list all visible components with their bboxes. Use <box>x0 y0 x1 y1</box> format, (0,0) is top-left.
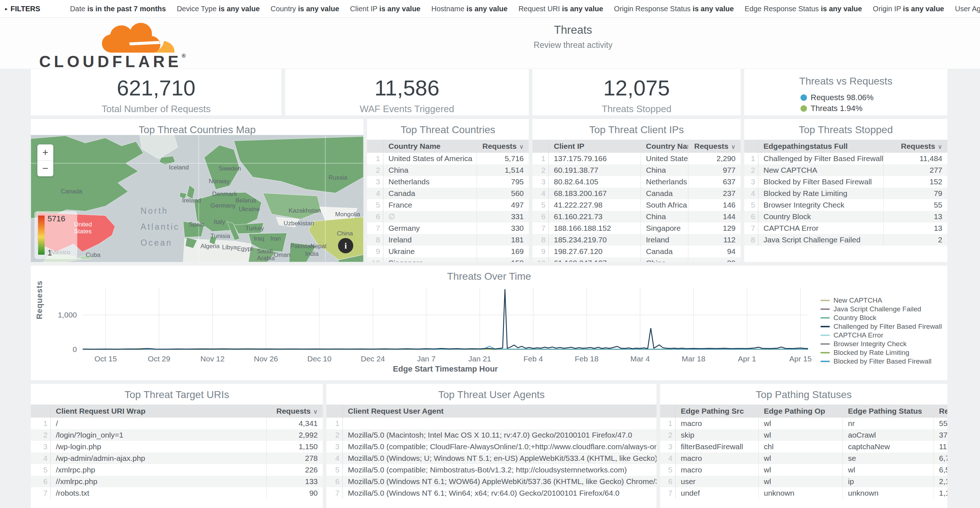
table-cell[interactable]: wl <box>758 476 843 487</box>
table-cell[interactable]: 2,992 <box>266 429 323 441</box>
table-row[interactable]: 6userwlip2,107 <box>660 476 947 487</box>
column-header-edge-pathing-src[interactable]: Edge Pathing Src <box>676 404 758 418</box>
map-info-button[interactable]: i <box>338 238 353 253</box>
table-cell[interactable]: Canada <box>641 188 688 199</box>
table-row[interactable]: 4/wp-admin/admin-ajax.php278 <box>31 452 323 464</box>
table-cell[interactable]: /wp-admin/admin-ajax.php <box>51 452 266 464</box>
table-cell[interactable]: /xmlrpc.php <box>51 464 266 476</box>
table-cell[interactable]: 11,484 <box>883 153 947 164</box>
threats-over-time-chart[interactable]: 01,000Oct 15Oct 29Nov 12Nov 26Dec 10Dec … <box>36 285 813 369</box>
column-header-edgepathingstatus-full[interactable]: Edgepathingstatus Full <box>758 140 883 153</box>
table-cell[interactable]: aoCrawl <box>843 429 934 441</box>
table-row[interactable]: 260.191.38.77China977 <box>533 164 741 176</box>
table-cell[interactable]: 4,341 <box>266 418 323 429</box>
table-cell[interactable]: 6,734 <box>934 452 947 464</box>
table-cell[interactable]: unknown <box>758 487 843 499</box>
table-cell[interactable]: 1,150 <box>266 441 323 452</box>
table-cell[interactable]: Mozilla/5.0 (compatible; CloudFlare-Alwa… <box>343 441 657 452</box>
table-row[interactable]: 1137.175.79.166United States of America2… <box>533 153 741 164</box>
table-cell[interactable]: 112 <box>688 234 741 246</box>
filter-item-date[interactable]: Date is in the past 7 months <box>70 5 166 13</box>
table-row[interactable]: 9Ukraine169 <box>367 246 529 257</box>
table-cell[interactable]: wl <box>758 452 843 464</box>
table-cell[interactable]: Canada <box>383 188 477 199</box>
column-header-country-name[interactable]: Country Name <box>383 140 477 153</box>
table-cell[interactable]: 198.27.67.120 <box>549 246 641 257</box>
table-row[interactable]: 541.222.227.98South Africa146 <box>533 199 741 211</box>
table-cell[interactable]: Mozilla/5.0 (compatible; Nimbostratus-Bo… <box>343 464 657 476</box>
table-cell[interactable]: 80.82.64.105 <box>549 176 641 188</box>
table-cell[interactable]: United States of America <box>383 153 477 164</box>
table-cell[interactable]: 331 <box>477 211 529 223</box>
table-row[interactable]: 8185.234.219.70Ireland112 <box>533 234 741 246</box>
filter-item-client-ip[interactable]: Client IP is any value <box>350 5 420 13</box>
filter-item-origin-ip[interactable]: Origin IP is any value <box>873 5 944 13</box>
table-cell[interactable]: 90 <box>266 487 323 499</box>
table-cell[interactable]: Java Script Challenge Failed <box>758 234 883 246</box>
table-cell[interactable]: CAPTCHA Error <box>758 223 883 234</box>
table-row[interactable]: 661.160.221.73China144 <box>533 211 741 223</box>
table-cell[interactable]: Ireland <box>383 234 477 246</box>
column-header-requests[interactable]: Requests∨ <box>477 140 529 153</box>
table-cell[interactable]: 133 <box>266 476 323 487</box>
table-cell[interactable]: 13 <box>883 211 947 223</box>
table-cell[interactable]: New CAPTCHA <box>758 164 883 176</box>
column-header-client-request-user-agent[interactable]: Client Request User Agent <box>343 404 657 418</box>
table-cell[interactable]: 2,107 <box>934 476 947 487</box>
column-header-country-name[interactable]: Country Name <box>641 140 688 153</box>
table-cell[interactable]: filterBasedFirewall <box>676 441 758 452</box>
table-cell[interactable]: 560 <box>477 188 529 199</box>
table-cell[interactable]: Netherlands <box>383 176 477 188</box>
chart-legend-item[interactable]: Java Script Challenge Failed <box>821 306 942 312</box>
zoom-in-button[interactable]: + <box>37 145 53 161</box>
column-header-edge-pathing-status[interactable]: Edge Pathing Status <box>843 404 934 418</box>
table-row[interactable]: 1Challenged by Filter Based Firewall11,4… <box>744 153 947 164</box>
table-cell[interactable]: 137.175.79.166 <box>549 153 641 164</box>
table-cell[interactable]: //xmlrpc.php <box>51 476 266 487</box>
table-cell[interactable]: skip <box>676 429 758 441</box>
table-row[interactable]: 7188.166.188.152Singapore129 <box>533 223 741 234</box>
table-cell[interactable]: se <box>843 452 934 464</box>
filter-item-hostname[interactable]: Hostname is any value <box>431 5 508 13</box>
chart-legend-item[interactable]: Blocked by Rate Limiting <box>821 349 942 356</box>
table-row[interactable]: 4macrowlse6,734 <box>660 452 947 464</box>
table-row[interactable]: 1macrowlnr554,758 <box>660 418 947 429</box>
table-cell[interactable]: /wp-login.php <box>51 441 266 452</box>
table-row[interactable]: 380.82.64.105Netherlands637 <box>533 176 741 188</box>
table-row[interactable]: 5France497 <box>367 199 529 211</box>
table-cell[interactable]: 146 <box>688 199 741 211</box>
filter-item-origin-response-status[interactable]: Origin Response Status is any value <box>614 5 734 13</box>
table-cell[interactable]: macro <box>676 418 758 429</box>
table-row[interactable]: 8Ireland181 <box>367 234 529 246</box>
column-header-requests[interactable]: Requests∨ <box>688 140 741 153</box>
table-row[interactable]: 2/login/?login_only=12,992 <box>31 429 323 441</box>
column-header-requests[interactable]: Requests∨ <box>934 404 947 418</box>
table-cell[interactable]: 61.160.247.127 <box>549 257 641 262</box>
table-cell[interactable]: 330 <box>477 223 529 234</box>
table-cell[interactable]: 129 <box>688 223 741 234</box>
table-cell[interactable]: Netherlands <box>641 176 688 188</box>
table-cell[interactable] <box>343 418 657 429</box>
table-cell[interactable]: 37,834 <box>934 429 947 441</box>
table-cell[interactable]: China <box>641 164 688 176</box>
table-cell[interactable]: South Africa <box>641 199 688 211</box>
table-cell[interactable]: Mozilla/5.0 (Macintosh; Intel Mac OS X 1… <box>343 429 657 441</box>
table-row[interactable]: 10Singapore158 <box>367 257 529 262</box>
table-row[interactable]: 1061.160.247.127China89 <box>533 257 741 262</box>
table-cell[interactable]: 1,168 <box>934 487 947 499</box>
table-row[interactable]: 3Mozilla/5.0 (compatible; CloudFlare-Alw… <box>326 441 657 452</box>
table-row[interactable]: 7/robots.txt90 <box>31 487 323 499</box>
table-cell[interactable]: macro <box>676 452 758 464</box>
table-cell[interactable]: 79 <box>883 188 947 199</box>
column-header-client-request-uri-wrap[interactable]: Client Request URI Wrap <box>51 404 266 418</box>
table-cell[interactable]: United States of America <box>641 153 688 164</box>
filter-item-request-uri[interactable]: Request URI is any value <box>518 5 603 13</box>
chart-legend-item[interactable]: Challenged by Filter Based Firewall <box>821 323 942 330</box>
table-cell[interactable]: Singapore <box>383 257 477 262</box>
table-cell[interactable]: 637 <box>688 176 741 188</box>
table-row[interactable]: 6Country Block13 <box>744 211 947 223</box>
table-row[interactable]: 7undefunknownunknown1,168 <box>660 487 947 499</box>
table-cell[interactable]: user <box>676 476 758 487</box>
table-cell[interactable]: China <box>641 211 688 223</box>
table-row[interactable]: 5/xmlrpc.php226 <box>31 464 323 476</box>
